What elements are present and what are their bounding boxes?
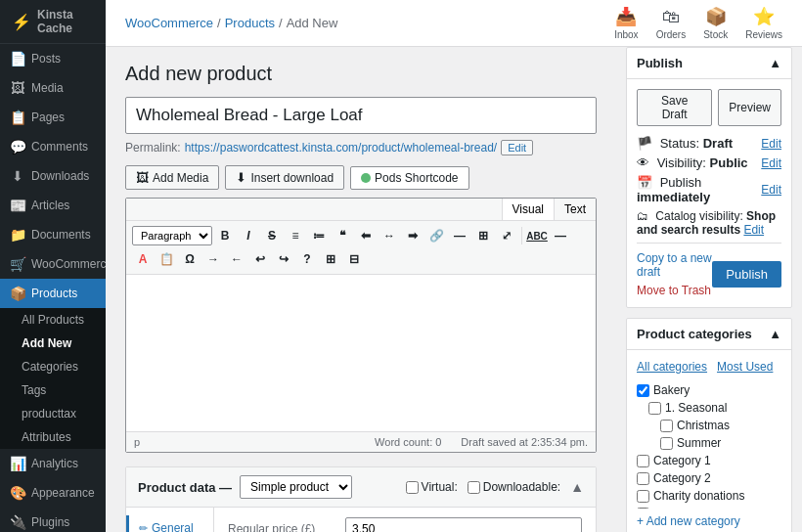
unlink-button[interactable]: — — [449, 225, 470, 246]
virtual-checkbox[interactable] — [406, 481, 419, 494]
categories-panel-header[interactable]: Product categories ▲ — [627, 319, 791, 350]
breadcrumb-products[interactable]: Products — [225, 16, 275, 30]
align-right-button[interactable]: ➡ — [402, 225, 423, 246]
sidebar-item-appearance[interactable]: 🎨 Appearance — [0, 478, 106, 508]
link-button[interactable]: 🔗 — [425, 225, 447, 246]
cat-item-christmas: Christmas — [637, 417, 781, 434]
content-area: Add new product Permalink: https://paswo… — [106, 47, 802, 532]
sidebar-item-products[interactable]: 📦 Products — [0, 279, 106, 308]
ordered-list-button[interactable]: ≔ — [308, 225, 330, 246]
sidebar-item-pages[interactable]: 📋 Pages — [0, 103, 106, 132]
sidebar-item-analytics[interactable]: 📊 Analytics — [0, 449, 106, 478]
sidebar-item-attributes[interactable]: Attributes — [0, 425, 106, 449]
sidebar-item-documents[interactable]: 📁 Documents — [0, 220, 106, 249]
reviews-icon: ⭐ — [753, 6, 775, 27]
align-left-button[interactable]: ⬅ — [355, 225, 377, 246]
tab-most-used[interactable]: Most Used — [717, 360, 773, 374]
copy-draft-link[interactable]: Copy to a new draft — [637, 251, 712, 279]
omega-button[interactable]: Ω — [179, 248, 200, 270]
cat-checkbox-bakery[interactable] — [637, 384, 649, 397]
bold-button[interactable]: B — [214, 225, 236, 246]
move-trash-link[interactable]: Move to Trash — [637, 284, 711, 297]
insert-download-button[interactable]: ⬇ Insert download — [225, 165, 344, 190]
product-type-select[interactable]: Simple product — [240, 475, 352, 499]
sidebar-item-plugins[interactable]: 🔌 Plugins — [0, 508, 106, 532]
help-button[interactable]: ? — [296, 248, 318, 270]
sidebar-item-media[interactable]: 🖼 Media — [0, 73, 106, 103]
publish-time-edit-link[interactable]: Edit — [761, 183, 781, 197]
status-label: 🏴 Status: Draft — [637, 136, 733, 151]
downloadable-checkbox[interactable] — [468, 481, 480, 494]
topbar-inbox[interactable]: 📥 Inbox — [614, 6, 638, 40]
undo-button[interactable]: ↩ — [249, 248, 271, 270]
save-draft-button[interactable]: Save Draft — [637, 89, 712, 126]
sidebar-item-producttax[interactable]: producttax — [0, 402, 106, 425]
catalog-edit-link[interactable]: Edit — [743, 223, 764, 237]
paste-button[interactable]: 📋 — [156, 248, 177, 270]
align-center-button[interactable]: ↔ — [379, 225, 400, 246]
sidebar-item-downloads[interactable]: ⬇ Downloads — [0, 161, 106, 191]
publish-panel-header[interactable]: Publish ▲ — [627, 48, 791, 79]
catalog-icon: 🗂 — [637, 209, 648, 223]
sidebar-item-articles[interactable]: 📰 Articles — [0, 191, 106, 220]
insert-button[interactable]: ⊞ — [472, 225, 494, 246]
breadcrumb-woocommerce[interactable]: WooCommerce — [125, 16, 213, 30]
tab-text[interactable]: Text — [555, 199, 596, 220]
analytics-icon: 📊 — [10, 456, 25, 471]
visibility-edit-link[interactable]: Edit — [761, 156, 781, 170]
topbar-stock[interactable]: 📦 Stock — [703, 6, 728, 40]
cat-checkbox-category1[interactable] — [637, 455, 649, 467]
unordered-list-button[interactable]: ≡ — [285, 225, 306, 246]
tab-general[interactable]: ✏ General — [126, 515, 213, 532]
product-data-controls: Virtual: Downloadable: ▲ — [406, 479, 584, 495]
cat-checkbox-christmas[interactable] — [660, 420, 673, 432]
italic-button[interactable]: I — [238, 225, 259, 246]
table-button[interactable]: ⊞ — [320, 248, 341, 270]
virtual-checkbox-label[interactable]: Virtual: — [406, 480, 458, 494]
status-edit-link[interactable]: Edit — [761, 137, 781, 151]
downloadable-checkbox-label[interactable]: Downloadable: — [468, 480, 560, 494]
regular-price-input[interactable] — [345, 517, 582, 532]
cat-checkbox-category2[interactable] — [637, 472, 649, 485]
permalink-link[interactable]: https://paswordcattest.kinsta.com/produc… — [185, 141, 498, 155]
sidebar-item-woocommerce[interactable]: 🛒 WooCommerce — [0, 249, 106, 279]
editor-toolbar: 🖼 Add Media ⬇ Insert download Pods Short… — [125, 165, 597, 190]
permalink-edit-button[interactable]: Edit — [501, 140, 533, 155]
sidebar-item-comments[interactable]: 💬 Comments — [0, 132, 106, 161]
sidebar-item-all-products[interactable]: All Products — [0, 308, 106, 332]
outdent-button[interactable]: ← — [226, 248, 247, 270]
sidebar-item-categories[interactable]: Categories — [0, 355, 106, 378]
cat-checkbox-summer[interactable] — [660, 437, 673, 450]
sidebar-item-tags[interactable]: Tags — [0, 378, 106, 402]
product-data-collapse[interactable]: ▲ — [570, 479, 584, 495]
redo-button[interactable]: ↪ — [273, 248, 294, 270]
sidebar-item-add-new[interactable]: Add New — [0, 332, 106, 355]
pods-shortcode-button[interactable]: Pods Shortcode — [350, 166, 468, 190]
add-media-button[interactable]: 🖼 Add Media — [125, 165, 219, 190]
format-select[interactable]: Paragraph — [132, 226, 212, 245]
format-btn2[interactable]: ABC — [526, 225, 548, 246]
catalog-visibility-row: 🗂 Catalog visibility: Shop and search re… — [637, 209, 781, 237]
product-data-content: Regular price (£) Sale price (£) — [214, 508, 596, 532]
hr-button[interactable]: — — [550, 225, 571, 246]
cat-checkbox-charity[interactable] — [637, 490, 649, 503]
publish-button[interactable]: Publish — [712, 261, 781, 288]
cat-checkbox-clothing[interactable] — [637, 508, 649, 510]
table-del-button[interactable]: ⊟ — [343, 248, 365, 270]
blockquote-button[interactable]: ❝ — [332, 225, 353, 246]
indent-button[interactable]: → — [202, 248, 224, 270]
editor-body[interactable] — [126, 275, 596, 431]
cat-checkbox-seasonal[interactable] — [648, 402, 661, 415]
preview-button[interactable]: Preview — [718, 89, 781, 126]
fullscreen-button[interactable]: ⤢ — [496, 225, 517, 246]
topbar-icons: 📥 Inbox 🛍 Orders 📦 Stock ⭐ Reviews — [614, 6, 782, 40]
topbar-reviews[interactable]: ⭐ Reviews — [745, 6, 782, 40]
add-category-link[interactable]: + Add new category — [637, 514, 781, 528]
topbar-orders[interactable]: 🛍 Orders — [656, 7, 687, 40]
text-color-button[interactable]: A — [132, 248, 154, 270]
product-title-input[interactable] — [125, 97, 597, 134]
tab-all-categories[interactable]: All categories — [637, 360, 707, 374]
strikethrough-button[interactable]: S — [261, 225, 283, 246]
tab-visual[interactable]: Visual — [502, 199, 555, 220]
sidebar-item-posts[interactable]: 📄 Posts — [0, 44, 106, 73]
